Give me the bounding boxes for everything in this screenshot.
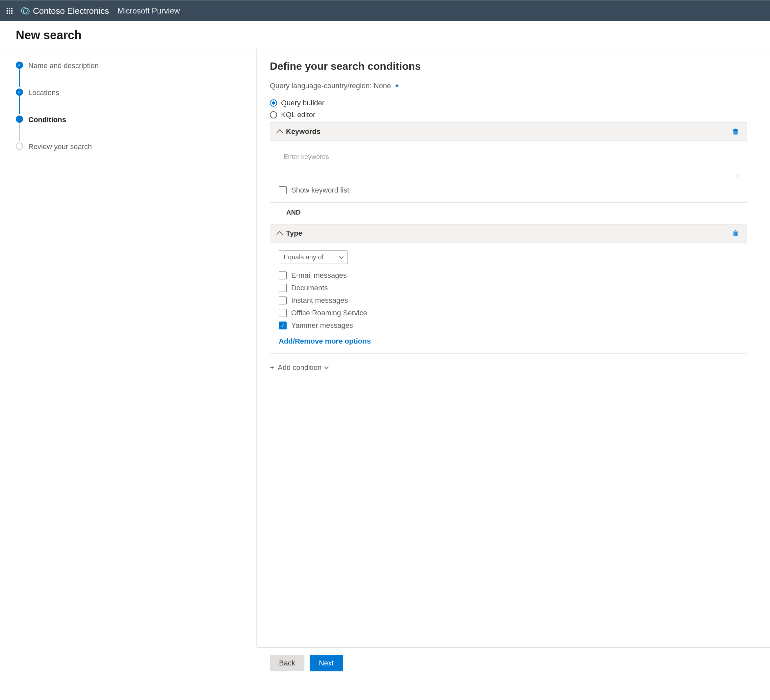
product-name[interactable]: Microsoft Purview xyxy=(118,6,180,15)
option-label: Office Roaming Service xyxy=(291,309,367,317)
keywords-card-header[interactable]: Keywords 🗑 xyxy=(270,123,747,141)
checkbox-icon xyxy=(279,272,286,279)
step-conditions[interactable]: Conditions xyxy=(16,115,241,125)
option-label: Instant messages xyxy=(291,296,348,305)
keywords-input[interactable] xyxy=(279,149,738,177)
query-language-label: Query language-country/region: None xyxy=(270,82,391,90)
and-operator-label: AND xyxy=(270,203,747,222)
operator-select[interactable]: Equals any of xyxy=(279,250,348,264)
main-content: Define your search conditions Query lang… xyxy=(257,49,770,647)
chevron-down-icon xyxy=(324,365,329,369)
radio-label: Query builder xyxy=(281,99,324,107)
card-title: Type xyxy=(286,229,302,238)
option-label: E-mail messages xyxy=(291,271,347,280)
wizard-footer: Back Next xyxy=(257,647,770,679)
type-option-office-roaming[interactable]: Office Roaming Service xyxy=(279,309,738,317)
type-option-email[interactable]: E-mail messages xyxy=(279,271,738,280)
checkbox-icon xyxy=(279,297,286,305)
select-value: Equals any of xyxy=(284,253,324,261)
option-label: Yammer messages xyxy=(291,321,353,330)
delete-icon[interactable]: 🗑 xyxy=(732,127,739,136)
org-brand[interactable]: Contoso Electronics xyxy=(21,6,109,16)
add-remove-options-link[interactable]: Add/Remove more options xyxy=(279,337,371,345)
checkbox-label: Show keyword list xyxy=(291,186,349,194)
radio-query-builder[interactable]: Query builder xyxy=(270,99,747,107)
chevron-down-icon xyxy=(339,254,343,259)
type-option-yammer[interactable]: Yammer messages xyxy=(279,321,738,330)
org-name: Contoso Electronics xyxy=(33,6,109,16)
checkbox-icon xyxy=(279,186,286,194)
next-button[interactable]: Next xyxy=(310,655,343,671)
wizard-steps-list: Name and description Locations Condition… xyxy=(16,61,241,152)
keywords-card: Keywords 🗑 Show keyword list xyxy=(270,122,747,203)
radio-label: KQL editor xyxy=(281,110,315,119)
add-condition-label: Add condition xyxy=(278,363,322,372)
top-bar: Contoso Electronics Microsoft Purview xyxy=(0,0,770,21)
type-card-header[interactable]: Type 🗑 xyxy=(270,224,747,243)
step-label: Review your search xyxy=(28,143,92,151)
page-title: New search xyxy=(16,28,754,42)
type-options-list: E-mail messages Documents Instant messag… xyxy=(279,271,738,330)
step-label: Name and description xyxy=(28,62,99,70)
check-icon xyxy=(16,89,23,96)
card-title: Keywords xyxy=(286,127,320,136)
type-option-documents[interactable]: Documents xyxy=(279,284,738,292)
info-icon[interactable]: ✦ xyxy=(394,82,400,90)
step-name-description[interactable]: Name and description xyxy=(16,61,241,71)
type-option-instant-messages[interactable]: Instant messages xyxy=(279,296,738,305)
radio-icon xyxy=(270,111,277,118)
org-logo-icon xyxy=(21,6,30,15)
step-locations[interactable]: Locations xyxy=(16,88,241,98)
step-label: Locations xyxy=(28,89,59,97)
app-launcher-icon[interactable] xyxy=(6,8,13,14)
option-label: Documents xyxy=(291,284,328,292)
wizard-steps-sidebar: Name and description Locations Condition… xyxy=(0,49,257,647)
back-button[interactable]: Back xyxy=(270,655,304,671)
step-label: Conditions xyxy=(28,115,66,124)
step-review[interactable]: Review your search xyxy=(16,142,241,152)
current-step-icon xyxy=(16,115,23,123)
check-icon xyxy=(16,62,23,69)
chevron-up-icon xyxy=(277,129,283,136)
show-keyword-list-checkbox[interactable]: Show keyword list xyxy=(279,186,738,194)
plus-icon: + xyxy=(270,363,275,372)
future-step-icon xyxy=(16,143,23,150)
checkbox-icon xyxy=(279,309,286,317)
type-card: Type 🗑 Equals any of E-mail messages xyxy=(270,224,747,354)
query-language-row: Query language-country/region: None ✦ xyxy=(270,82,747,90)
checkbox-icon xyxy=(279,321,286,329)
radio-kql-editor[interactable]: KQL editor xyxy=(270,110,747,119)
delete-icon[interactable]: 🗑 xyxy=(732,229,739,238)
main-heading: Define your search conditions xyxy=(270,60,747,72)
add-condition-button[interactable]: + Add condition xyxy=(270,363,747,372)
checkbox-icon xyxy=(279,284,286,292)
page-title-row: New search xyxy=(0,21,770,49)
radio-icon xyxy=(270,99,277,107)
chevron-up-icon xyxy=(277,231,283,238)
